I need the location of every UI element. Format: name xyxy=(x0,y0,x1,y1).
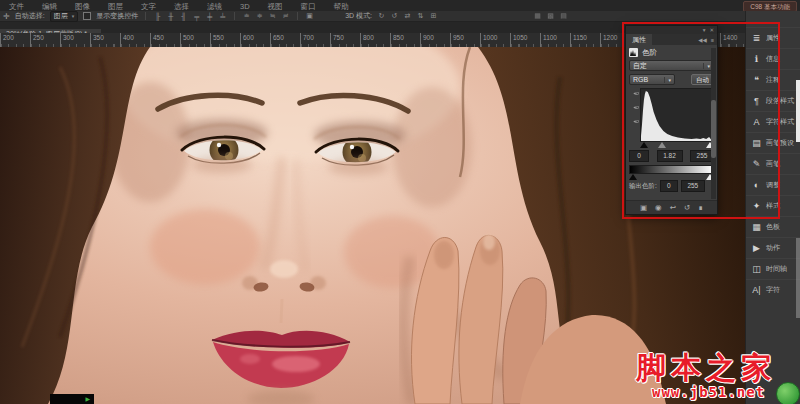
dock-panel-button[interactable]: ▦ 色板 xyxy=(746,216,800,237)
mode-3d-icon[interactable]: ⇅ xyxy=(416,12,425,20)
dock-panel-button[interactable]: ℹ 信息 xyxy=(746,48,800,69)
reset-icon[interactable]: ↺ xyxy=(684,202,690,214)
midtone-input-field[interactable]: 1.82 xyxy=(657,150,683,162)
menu-item[interactable]: 图像 xyxy=(66,0,99,11)
dock-panel-button[interactable]: ✎ 画笔 xyxy=(746,153,800,174)
chevron-down-icon: ▾ xyxy=(703,63,710,69)
dock-panel-label: 注释 xyxy=(766,75,780,85)
panel-drag-bar[interactable]: ▾ ✕ xyxy=(626,26,717,34)
channel-dropdown[interactable]: RGB ▾ xyxy=(629,74,675,85)
menu-item[interactable]: 文字 xyxy=(132,0,165,11)
align-icon[interactable]: ╪ xyxy=(205,13,214,20)
distribute-icon[interactable]: ≑ xyxy=(255,12,264,20)
options-icon[interactable]: ▤ xyxy=(559,12,568,20)
mode-3d-icon[interactable]: ⇄ xyxy=(403,12,412,20)
menu-item[interactable]: 窗口 xyxy=(292,0,325,11)
collapse-to-icons-icon[interactable]: ◀◀ xyxy=(698,37,706,43)
dock-panel-label: 画笔 xyxy=(766,159,780,169)
mode-3d-icon[interactable]: ⊞ xyxy=(429,12,438,20)
menu-item[interactable]: 文件 xyxy=(0,0,33,11)
menu-item[interactable]: 滤镜 xyxy=(198,0,231,11)
distribute-icon[interactable]: ≒ xyxy=(268,12,277,20)
white-point-eyedropper-icon[interactable]: ✑ xyxy=(629,118,639,126)
preset-dropdown[interactable]: 自定 ▾ xyxy=(629,60,714,71)
levels-histogram xyxy=(640,88,714,142)
black-point-eyedropper-icon[interactable]: ✑ xyxy=(629,90,639,98)
dock-panel-icon: ≣ xyxy=(751,33,762,43)
ruler-tick-label: 1100 xyxy=(540,33,570,47)
dock-panel-icon: ◐ xyxy=(751,180,762,190)
show-transform-checkbox[interactable] xyxy=(83,12,91,20)
shadow-input-field[interactable]: 0 xyxy=(629,150,649,162)
visibility-eye-icon[interactable]: ◉ xyxy=(655,202,662,214)
delete-adjustment-icon[interactable]: ∎ xyxy=(698,202,703,214)
align-icon[interactable]: ╟ xyxy=(153,13,162,20)
align-icons-group: ╟╫╢╤╪╧ xyxy=(153,13,227,20)
dock-panel-button[interactable]: ✦ 样式 xyxy=(746,195,800,216)
align-icon[interactable]: ╤ xyxy=(192,13,201,20)
menu-item[interactable]: 视图 xyxy=(259,0,292,11)
dock-panel-button[interactable]: ▶ 动作 xyxy=(746,237,800,258)
distribute-icon[interactable]: ≓ xyxy=(281,12,290,20)
input-sliders xyxy=(640,142,714,149)
align-icon[interactable]: ╢ xyxy=(179,13,188,20)
menu-item[interactable]: 图层 xyxy=(99,0,132,11)
menu-item[interactable]: 选择 xyxy=(165,0,198,11)
panel-scrollbar[interactable] xyxy=(711,48,716,199)
dock-panel-button[interactable]: A| 字符 xyxy=(746,279,800,300)
dock-panel-button[interactable]: ❝ 注释 xyxy=(746,69,800,90)
dock-panel-button[interactable]: ¶ 段落样式 xyxy=(746,90,800,111)
ruler-tick-label: 1000 xyxy=(480,33,510,47)
output-highlight-field[interactable]: 255 xyxy=(681,180,705,192)
dock-panel-button[interactable]: ◐ 调整 xyxy=(746,174,800,195)
align-icon[interactable]: ╧ xyxy=(218,13,227,20)
dock-panel-icon: ✦ xyxy=(751,201,762,211)
scrollbar-thumb[interactable] xyxy=(711,100,716,158)
adjustment-title: 色阶 xyxy=(642,48,657,58)
shadow-input-slider[interactable] xyxy=(640,142,648,148)
dock-panel-button[interactable]: ≣ 属性 xyxy=(746,27,800,48)
close-icon[interactable]: ✕ xyxy=(709,26,714,34)
midtone-input-slider[interactable] xyxy=(658,142,666,148)
dock-panel-label: 信息 xyxy=(766,54,780,64)
dock-panel-label: 属性 xyxy=(766,33,780,43)
menu-item[interactable]: 编辑 xyxy=(33,0,66,11)
ruler-tick-label: 450 xyxy=(150,33,180,47)
clip-to-layer-icon[interactable]: ▣ xyxy=(640,202,647,214)
menu-item[interactable]: 3D xyxy=(231,0,259,11)
collapse-icon[interactable]: ▾ xyxy=(703,26,706,34)
dock-panel-icon: A xyxy=(751,117,762,127)
ruler-tick-label: 900 xyxy=(420,33,450,47)
output-shadow-field[interactable]: 0 xyxy=(660,180,678,192)
dock-panel-button[interactable]: ▤ 画笔预设 xyxy=(746,132,800,153)
view-previous-state-icon[interactable]: ↩ xyxy=(670,202,676,214)
player-overlay-fragment: ▶ xyxy=(50,394,94,404)
mode-3d-icon[interactable]: ↻ xyxy=(377,12,386,20)
dock-panel-button[interactable]: ◫ 时间轴 xyxy=(746,258,800,279)
watermark-url: www.jb51.net xyxy=(652,384,765,400)
auto-align-icon[interactable]: ▣ xyxy=(305,12,314,20)
dock-panel-icon: ℹ xyxy=(751,54,762,64)
ruler-tick-label: 300 xyxy=(60,33,90,47)
watermark-title: 脚本之家 xyxy=(636,348,776,389)
levels-adjustment-icon xyxy=(629,48,638,57)
move-tool-icon[interactable]: ✛ xyxy=(3,12,10,21)
tab-properties[interactable]: 属性 xyxy=(626,34,652,45)
menu-item[interactable]: 帮助 xyxy=(325,0,358,11)
dock-panel-button[interactable]: A 字符样式 xyxy=(746,111,800,132)
distribute-icon[interactable]: ≐ xyxy=(242,12,251,20)
align-icon[interactable]: ╫ xyxy=(166,13,175,20)
output-shadow-slider[interactable] xyxy=(629,174,637,180)
ruler-tick-label: 350 xyxy=(90,33,120,47)
options-icon[interactable]: ▩ xyxy=(546,12,555,20)
panel-menu-icon[interactable]: ≡ xyxy=(711,37,714,43)
dock-panel-icon: ❝ xyxy=(751,75,762,85)
options-icon[interactable]: ▦ xyxy=(533,12,542,20)
auto-select-dropdown[interactable]: 图层 ▾ xyxy=(50,11,79,22)
gray-point-eyedropper-icon[interactable]: ✑ xyxy=(629,104,639,112)
mode-3d-icon[interactable]: ↺ xyxy=(390,12,399,20)
ruler-tick-label: 250 xyxy=(30,33,60,47)
input-values-row: 0 1.82 255 xyxy=(629,150,714,162)
dock-panel-icon: ▶ xyxy=(751,243,762,253)
play-icon: ▶ xyxy=(85,396,90,402)
